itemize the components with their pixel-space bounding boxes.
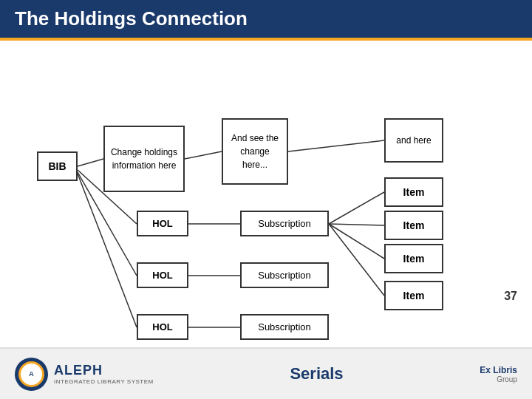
svg-line-7: [329, 192, 384, 224]
aleph-brand: ALEPH: [54, 363, 154, 378]
bib-box: BIB: [37, 151, 78, 181]
aleph-logo: A ALEPH INTEGRATED LIBRARY SYSTEM: [15, 358, 154, 391]
item-box-4: Item: [384, 281, 443, 310]
svg-line-8: [329, 224, 384, 225]
subscription-box-1: Subscription: [240, 211, 329, 236]
aleph-circle-inner: A: [18, 361, 44, 387]
item-box-1: Item: [384, 177, 443, 207]
item-box-3: Item: [384, 244, 443, 273]
ex-libris-sub: Group: [497, 375, 517, 383]
hol-box-3: HOL: [137, 314, 188, 340]
hol-box-1: HOL: [137, 211, 188, 236]
ex-libris-logo: Ex Libris Group: [480, 365, 517, 383]
aleph-sub: INTEGRATED LIBRARY SYSTEM: [54, 378, 154, 385]
subscription-box-2: Subscription: [240, 262, 329, 288]
main-content: BIB Change holdings information here And…: [0, 41, 532, 358]
item-box-2: Item: [384, 211, 443, 240]
header: The Holdings Connection: [0, 0, 532, 38]
and-here-box: and here: [384, 118, 443, 163]
svg-line-11: [185, 151, 222, 159]
footer: A ALEPH INTEGRATED LIBRARY SYSTEM Serial…: [0, 347, 532, 399]
svg-line-9: [329, 224, 384, 259]
page-title: The Holdings Connection: [15, 7, 248, 30]
and-see-box: And see the change here...: [222, 118, 288, 185]
hol-box-2: HOL: [137, 262, 188, 288]
svg-line-0: [78, 159, 103, 166]
footer-center-label: Serials: [290, 364, 343, 383]
aleph-text-stack: ALEPH INTEGRATED LIBRARY SYSTEM: [54, 363, 154, 385]
aleph-circle: A: [15, 358, 48, 391]
diagram-container: BIB Change holdings information here And…: [22, 63, 510, 329]
ex-libris-text: Ex Libris: [480, 365, 517, 375]
subscription-box-3: Subscription: [240, 314, 329, 340]
svg-line-12: [288, 140, 384, 151]
change-holdings-box: Change holdings information here: [103, 126, 185, 192]
svg-line-10: [329, 224, 384, 296]
